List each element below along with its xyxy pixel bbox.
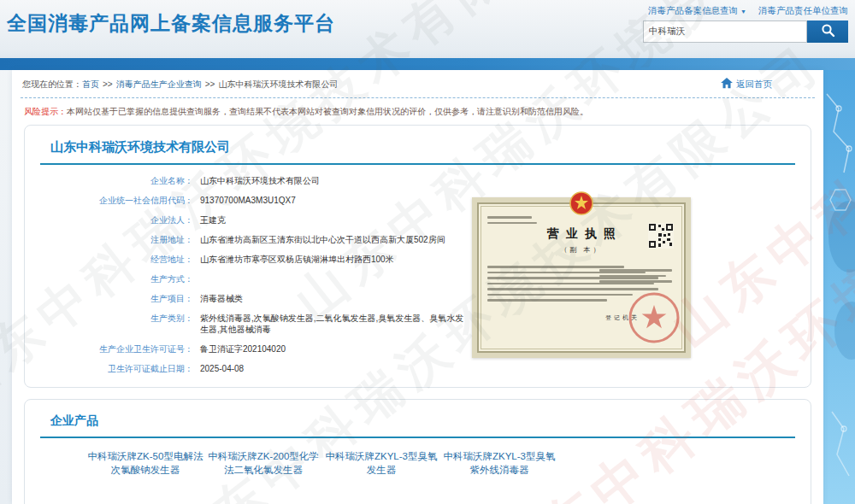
product-link[interactable]: 中科瑞沃牌ZK-200型化学法二氧化氯发生器: [204, 449, 322, 477]
chevron-down-icon: ▼: [740, 9, 746, 15]
table-row: 生产方式：: [25, 269, 811, 289]
risk-notice-label: 风险提示：: [24, 107, 67, 116]
breadcrumb-prefix: 您现在的位置：: [22, 79, 82, 89]
field-value: 2025-04-08: [200, 363, 244, 374]
company-detail-card: 山东中科瑞沃环境技术有限公司 企业名称：山东中科瑞沃环境技术有限公司 企业统一社…: [24, 125, 811, 388]
field-label: 企业法人：: [25, 214, 193, 226]
back-home-link[interactable]: 返回首页: [721, 78, 772, 91]
field-value: 鲁卫消证字202104020: [200, 343, 286, 355]
breadcrumb-separator: >>: [205, 79, 215, 89]
national-emblem-icon: [569, 190, 594, 220]
field-label: 注册地址：: [25, 234, 193, 245]
risk-notice: 风险提示：本网站仅基于已掌握的信息提供查询服务，查询结果不代表本网站对被查询对象…: [24, 106, 811, 118]
breadcrumb: 您现在的位置：首页>>消毒产品生产企业查询>>山东中科瑞沃环境技术有限公司: [22, 79, 338, 91]
nav-link-record-info-query[interactable]: 消毒产品备案信息查询 ▼: [648, 5, 746, 17]
field-label: 生产方式：: [25, 273, 193, 284]
table-row: 生产企业卫生许可证号：鲁卫消证字202104020: [25, 339, 811, 359]
field-value: 消毒器械类: [200, 293, 243, 304]
company-title: 山东中科瑞沃环境技术有限公司: [50, 139, 811, 155]
product-link[interactable]: 中科瑞沃牌ZKYL-3型臭氧紫外线消毒器: [440, 449, 558, 477]
license-frame: 营业执照 （副 本）: [477, 202, 686, 353]
page: 山东中科瑞沃环境技术有限公司 山东中科瑞沃环境技术有限公司 山东中科瑞沃环境技术…: [0, 0, 855, 504]
breadcrumb-current: 山东中科瑞沃环境技术有限公司: [218, 79, 338, 89]
page-header: 全国消毒产品网上备案信息服务平台 消毒产品备案信息查询 ▼ 消毒产品责任单位查询: [0, 0, 855, 58]
products-section-title: 企业产品: [50, 413, 811, 429]
field-value: 山东中科瑞沃环境技术有限公司: [200, 175, 320, 186]
field-value: 山东省潍坊高新区玉清东街以北中心次干道以西高新大厦502房间: [200, 234, 445, 245]
table-row: 注册地址：山东省潍坊高新区玉清东街以北中心次干道以西高新大厦502房间: [25, 230, 811, 249]
field-value: 山东省潍坊市寒亭区双杨店镇湖淋埠出村路西100米: [200, 254, 394, 265]
table-row: 经营地址：山东省潍坊市寒亭区双杨店镇湖淋埠出村路西100米: [25, 249, 811, 269]
company-products-card: 企业产品 中科瑞沃牌ZK-50型电解法次氯酸钠发生器 中科瑞沃牌ZK-200型化…: [24, 399, 811, 504]
field-label: 企业统一社会信用代码：: [25, 195, 193, 206]
table-row: 企业法人：王建克: [25, 210, 811, 230]
header-divider-bar: [0, 58, 855, 70]
field-value: 91370700MA3M3U1QX7: [200, 195, 296, 206]
search-bar: [643, 21, 848, 43]
table-row: 企业统一社会信用代码：91370700MA3M3U1QX7: [25, 190, 811, 210]
table-row: 生产类别：紫外线消毒器,次氯酸钠发生器,二氧化氯发生器,臭氧发生器、臭氧水发生器…: [25, 308, 811, 339]
breadcrumb-home-link[interactable]: 首页: [82, 79, 99, 89]
field-label: 生产类别：: [25, 313, 193, 335]
field-label: 生产项目：: [25, 293, 193, 304]
table-row: 卫生许可证截止日期：2025-04-08: [25, 359, 811, 378]
product-link[interactable]: 中科瑞沃牌ZKYL-3型臭氧发生器: [322, 449, 440, 477]
search-input[interactable]: [643, 21, 807, 43]
section-divider: [40, 437, 795, 438]
license-fineprint: [487, 216, 537, 227]
field-label: 经营地址：: [25, 254, 193, 265]
field-label: 企业名称：: [25, 175, 193, 186]
field-value: 紫外线消毒器,次氯酸钠发生器,二氧化氯发生器,臭氧发生器、臭氧水发生器,其他器械…: [200, 313, 472, 335]
nav-link-label: 消毒产品备案信息查询: [648, 5, 738, 17]
nav-link-label: 消毒产品责任单位查询: [758, 5, 848, 17]
background-molecule-art: [823, 70, 855, 504]
qr-code: [648, 223, 674, 252]
back-home-label: 返回首页: [736, 79, 772, 91]
risk-notice-text: 本网站仅基于已掌握的信息提供查询服务，查询结果不代表本网站对被查询对象信用状况的…: [67, 107, 588, 116]
site-title: 全国消毒产品网上备案信息服务平台: [7, 10, 335, 37]
search-icon: [821, 23, 835, 40]
breadcrumb-separator: >>: [103, 79, 113, 89]
product-list: 中科瑞沃牌ZK-50型电解法次氯酸钠发生器 中科瑞沃牌ZK-200型化学法二氧化…: [86, 449, 811, 477]
field-label: 卫生许可证截止日期：: [25, 363, 193, 374]
nav-link-responsible-unit-query[interactable]: 消毒产品责任单位查询: [758, 5, 848, 17]
content-wrapper: 您现在的位置：首页>>消毒产品生产企业查询>>山东中科瑞沃环境技术有限公司 返回…: [12, 70, 823, 504]
product-link[interactable]: 中科瑞沃牌ZK-50型电解法次氯酸钠发生器: [86, 449, 204, 477]
license-fineprint: [599, 269, 672, 286]
breadcrumb-category-link[interactable]: 消毒产品生产企业查询: [116, 79, 202, 89]
business-license-image: 营业执照 （副 本）: [472, 197, 691, 358]
search-button[interactable]: [807, 21, 848, 43]
company-info-table: 企业名称：山东中科瑞沃环境技术有限公司 企业统一社会信用代码：91370700M…: [25, 171, 811, 378]
table-row: 生产项目：消毒器械类: [25, 289, 811, 308]
section-divider: [40, 163, 795, 165]
table-row: 企业名称：山东中科瑞沃环境技术有限公司: [25, 171, 811, 190]
field-label: 生产企业卫生许可证号：: [25, 343, 193, 355]
breadcrumb-divider: [21, 97, 815, 98]
top-nav: 消毒产品备案信息查询 ▼ 消毒产品责任单位查询: [648, 5, 848, 17]
home-icon: [721, 78, 733, 91]
red-seal-stamp: [628, 291, 681, 348]
field-value: 王建克: [200, 214, 226, 226]
